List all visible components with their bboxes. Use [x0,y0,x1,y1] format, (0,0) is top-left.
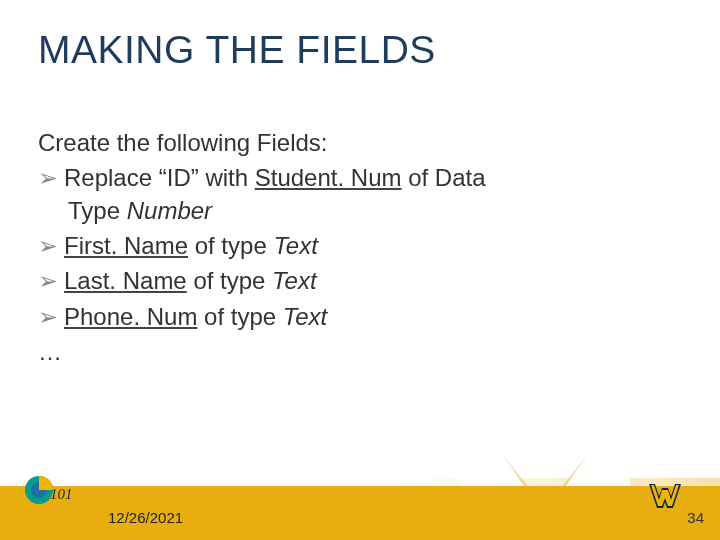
bullet-item: ➢ Phone. Num of type Text [38,300,684,333]
footer-date: 12/26/2021 [108,509,183,526]
bullet-mid: of Data [401,164,485,191]
arrow-bullet-icon: ➢ [38,161,58,194]
bullet-mid: of type [187,267,272,294]
bullet-text: Replace “ID” with Student. Num of Data [64,161,684,194]
svg-text:101: 101 [50,486,73,502]
field-name: Last. Name [64,267,187,294]
bullet-wrap-line: Type Number [38,194,684,227]
field-name: Phone. Num [64,303,197,330]
bullet-text: First. Name of type Text [64,229,684,262]
field-name: Student. Num [255,164,402,191]
bullet-text: Last. Name of type Text [64,264,684,297]
bullet-text: Phone. Num of type Text [64,300,684,333]
bullet-mid: of type [188,232,273,259]
bullet-mid: of type [197,303,282,330]
gold-accent-strip [0,478,720,486]
cs101-logo: 101 [24,472,76,508]
bullet-item: ➢ Last. Name of type Text [38,264,684,297]
intro-line: Create the following Fields: [38,126,684,159]
data-type: Text [283,303,327,330]
data-type: Text [272,267,316,294]
arrow-bullet-icon: ➢ [38,300,58,333]
bullet-item: ➢ First. Name of type Text [38,229,684,262]
wrap-pre: Type [68,197,127,224]
data-type: Text [273,232,317,259]
slide-body: Create the following Fields: ➢ Replace “… [38,126,684,370]
arrow-bullet-icon: ➢ [38,264,58,297]
slide-footer: 101 12/26/2021 34 [0,466,720,540]
slide: MAKING THE FIELDS Create the following F… [0,0,720,540]
wv-logo [648,482,682,510]
slide-title: MAKING THE FIELDS [38,28,436,72]
arrow-bullet-icon: ➢ [38,229,58,262]
page-number: 34 [687,509,704,526]
bullet-pre: Replace “ID” with [64,164,255,191]
bullet-item: ➢ Replace “ID” with Student. Num of Data [38,161,684,194]
ellipsis: … [38,335,684,368]
field-name: First. Name [64,232,188,259]
data-type: Number [127,197,212,224]
